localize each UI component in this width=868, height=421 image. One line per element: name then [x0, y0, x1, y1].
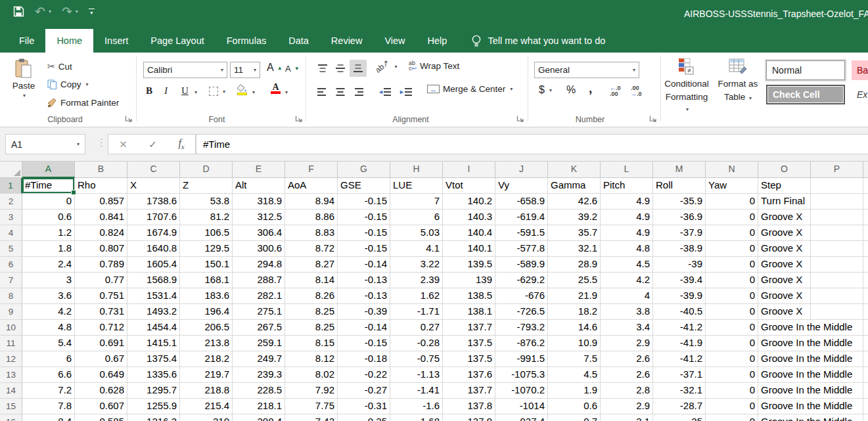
- cell-A5[interactable]: 1.8: [22, 241, 75, 257]
- increase-font-size-button[interactable]: A▲: [267, 62, 283, 74]
- cell-L6[interactable]: 4.5: [601, 257, 653, 273]
- cell-B3[interactable]: 0.841: [75, 210, 127, 225]
- cell-K2[interactable]: 42.6: [548, 194, 601, 210]
- decrease-indent-button[interactable]: ◄: [376, 83, 393, 100]
- cell-B16[interactable]: 0.585: [75, 414, 127, 421]
- cell-O7[interactable]: Groove X: [758, 273, 811, 288]
- cell-K16[interactable]: -0.7: [548, 414, 601, 421]
- cell-J2[interactable]: -658.9: [495, 194, 548, 210]
- row-header-5[interactable]: 5: [0, 241, 22, 257]
- row-header-1[interactable]: 1: [0, 178, 22, 194]
- italic-button[interactable]: I: [164, 85, 168, 97]
- cell-L12[interactable]: 2.6: [601, 351, 653, 367]
- cell-H4[interactable]: 5.03: [390, 225, 443, 241]
- cell-N8[interactable]: 0: [706, 288, 758, 304]
- cell-A7[interactable]: 3: [22, 273, 75, 288]
- column-header-E[interactable]: E: [233, 162, 285, 178]
- cell-G8[interactable]: -0.13: [338, 288, 390, 304]
- cell-E16[interactable]: 208.4: [233, 414, 285, 421]
- cell-I6[interactable]: 139.5: [443, 257, 495, 273]
- cell-J11[interactable]: -876.2: [495, 336, 548, 351]
- cell-J4[interactable]: -591.5: [495, 225, 548, 241]
- cell-O4[interactable]: Groove X: [758, 225, 811, 241]
- cell-N9[interactable]: 0: [706, 304, 758, 320]
- tab-home[interactable]: Home: [45, 29, 93, 53]
- cell-E4[interactable]: 306.4: [233, 225, 285, 241]
- align-center-button[interactable]: [332, 83, 349, 100]
- formula-bar-resize-handle[interactable]: ⋮: [97, 137, 106, 148]
- cell-A16[interactable]: 8.4: [22, 414, 75, 421]
- borders-dropdown-icon[interactable]: ▾: [223, 89, 225, 95]
- cell-G7[interactable]: -0.13: [338, 273, 390, 288]
- cell-style-check-cell[interactable]: Check Cell: [766, 85, 845, 104]
- cell-L8[interactable]: 4: [601, 288, 653, 304]
- cell-A12[interactable]: 6: [22, 351, 75, 367]
- tab-file[interactable]: File: [8, 29, 45, 53]
- cell-I13[interactable]: 137.6: [443, 367, 495, 383]
- cell-C12[interactable]: 1375.4: [127, 351, 180, 367]
- tell-me-box[interactable]: Tell me what you want to do: [471, 29, 605, 53]
- row-header-14[interactable]: 14: [0, 383, 22, 399]
- cell-D13[interactable]: 219.7: [180, 367, 233, 383]
- format-as-table-button[interactable]: Format as Table ▾: [715, 58, 761, 104]
- cell-O16[interactable]: Groove In the Middle: [758, 414, 811, 421]
- cell-B15[interactable]: 0.607: [75, 399, 127, 414]
- cell-E12[interactable]: 249.7: [233, 351, 285, 367]
- cell-G9[interactable]: -0.39: [338, 304, 390, 320]
- cell-B2[interactable]: 0.857: [75, 194, 127, 210]
- cell-F7[interactable]: 8.14: [285, 273, 338, 288]
- cell-E13[interactable]: 239.3: [233, 367, 285, 383]
- cell-L3[interactable]: 4.9: [601, 210, 653, 225]
- cell-J8[interactable]: -676: [495, 288, 548, 304]
- column-header-M[interactable]: M: [653, 162, 706, 178]
- cell-F5[interactable]: 8.72: [285, 241, 338, 257]
- cell-style-bad[interactable]: Ba: [852, 60, 868, 80]
- cell-C6[interactable]: 1605.4: [127, 257, 180, 273]
- cell-N16[interactable]: 0: [706, 414, 758, 421]
- cell-K12[interactable]: 7.5: [548, 351, 601, 367]
- cell-L1[interactable]: Pitch: [601, 178, 653, 194]
- cell-G13[interactable]: -0.22: [338, 367, 390, 383]
- cell-B7[interactable]: 0.77: [75, 273, 127, 288]
- undo-icon[interactable]: ↶: [35, 6, 45, 17]
- decrease-font-size-button[interactable]: A▼: [285, 64, 300, 74]
- cell-L4[interactable]: 4.9: [601, 225, 653, 241]
- cell-L5[interactable]: 4.8: [601, 241, 653, 257]
- cell-E15[interactable]: 218.1: [233, 399, 285, 414]
- cell-K15[interactable]: 0.6: [548, 399, 601, 414]
- cell-C15[interactable]: 1255.9: [127, 399, 180, 414]
- name-box[interactable]: A1 ▾: [5, 134, 85, 154]
- cell-C10[interactable]: 1454.4: [127, 320, 180, 336]
- comma-style-button[interactable]: ,: [589, 81, 592, 96]
- cell-H10[interactable]: 0.27: [390, 320, 443, 336]
- cell-F4[interactable]: 8.83: [285, 225, 338, 241]
- tab-formulas[interactable]: Formulas: [216, 29, 277, 53]
- conditional-formatting-button[interactable]: ≠ Conditional Formatting ▾: [664, 58, 710, 115]
- cell-H14[interactable]: -1.41: [390, 383, 443, 399]
- cell-F3[interactable]: 8.86: [285, 210, 338, 225]
- save-icon[interactable]: [13, 6, 24, 17]
- fill-color-button[interactable]: [237, 84, 247, 95]
- cell-A4[interactable]: 1.2: [22, 225, 75, 241]
- alignment-dialog-launcher[interactable]: [516, 115, 524, 123]
- cell-H8[interactable]: 1.62: [390, 288, 443, 304]
- row-header-13[interactable]: 13: [0, 367, 22, 383]
- cell-B10[interactable]: 0.712: [75, 320, 127, 336]
- increase-indent-button[interactable]: ►: [397, 83, 414, 100]
- decrease-decimal-button[interactable]: .00→.0: [631, 85, 642, 97]
- cell-F2[interactable]: 8.94: [285, 194, 338, 210]
- cell-G1[interactable]: GSE: [338, 178, 390, 194]
- cell-E1[interactable]: Alt: [233, 178, 285, 194]
- cell-N14[interactable]: 0: [706, 383, 758, 399]
- cell-C2[interactable]: 1738.6: [127, 194, 180, 210]
- bold-button[interactable]: B: [146, 85, 152, 97]
- cell-K3[interactable]: 39.2: [548, 210, 601, 225]
- merge-center-dropdown-icon[interactable]: ▾: [510, 86, 513, 92]
- cell-E11[interactable]: 259.1: [233, 336, 285, 351]
- cell-D8[interactable]: 183.6: [180, 288, 233, 304]
- cell-I15[interactable]: 137.8: [443, 399, 495, 414]
- name-box-dropdown-icon[interactable]: ▾: [77, 141, 80, 147]
- cell-L13[interactable]: 2.6: [601, 367, 653, 383]
- cell-L2[interactable]: 4.9: [601, 194, 653, 210]
- cell-L7[interactable]: 4.2: [601, 273, 653, 288]
